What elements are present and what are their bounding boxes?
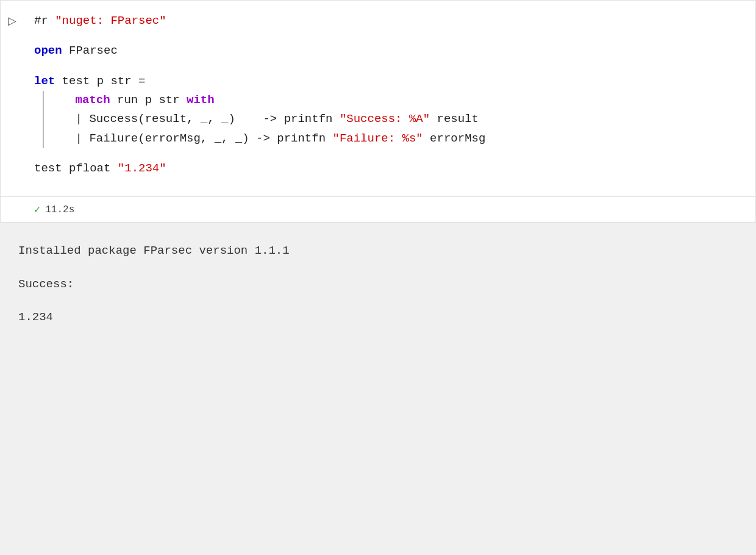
code-area: ▷ #r "nuget: FParsec" open FParsec let t… (0, 0, 756, 197)
check-icon: ✓ (34, 203, 40, 216)
token: FParsec (62, 41, 118, 60)
token: "Failure: %s" (332, 129, 423, 148)
code-line-6: | Failure(errorMsg, _, _) -> printfn "Fa… (48, 129, 485, 148)
notebook-cell: ▷ #r "nuget: FParsec" open FParsec let t… (0, 0, 756, 555)
token: open (34, 41, 62, 60)
token: result (430, 110, 479, 129)
code-line-7: test pfloat "1.234" (34, 159, 743, 178)
success-bar: ✓ 11.2s (0, 197, 756, 223)
token: test pfloat (34, 159, 118, 178)
output-line-1: Installed package FParsec version 1.1.1 (18, 241, 738, 260)
output-line-3: 1.234 (18, 307, 738, 327)
code-line-3: let test p str = (34, 72, 743, 91)
token: with (187, 91, 215, 110)
token: match (76, 91, 110, 110)
token: "1.234" (118, 159, 166, 178)
timing-text: 11.2s (45, 204, 74, 215)
output-line-2: Success: (18, 274, 738, 294)
code-line-1: #r "nuget: FParsec" (34, 12, 743, 30)
token: | Success(result, _, _) -> printfn (48, 110, 340, 129)
token (48, 91, 76, 110)
output-spacer-1 (18, 261, 738, 274)
token: #r (34, 12, 55, 30)
indented-content: match run p str with | Success(result, _… (44, 91, 485, 148)
output-area: Installed package FParsec version 1.1.1 … (0, 223, 756, 555)
code-line-5: | Success(result, _, _) -> printfn "Succ… (48, 110, 485, 129)
run-button-col: ▷ (1, 1, 34, 196)
code-content: #r "nuget: FParsec" open FParsec let tes… (34, 1, 755, 196)
token: run p str (110, 91, 187, 110)
code-line-2: open FParsec (34, 41, 743, 60)
run-button[interactable]: ▷ (7, 13, 18, 29)
code-line-4: match run p str with (48, 91, 485, 110)
indent-block: match run p str with | Success(result, _… (34, 91, 743, 148)
token: | Failure(errorMsg, _, _) -> printfn (48, 129, 332, 148)
token: test p str = (55, 72, 145, 91)
token: let (34, 72, 55, 91)
token: errorMsg (423, 129, 486, 148)
output-spacer-2 (18, 294, 738, 307)
token: "Success: %A" (340, 110, 430, 129)
token: "nuget: FParsec" (55, 12, 166, 30)
